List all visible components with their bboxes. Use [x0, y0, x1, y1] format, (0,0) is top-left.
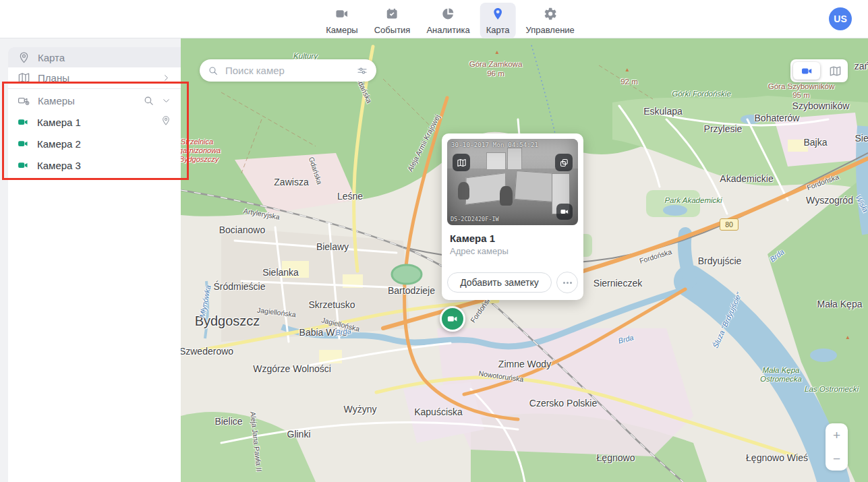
- plans-layer-button[interactable]: [829, 65, 842, 78]
- overlap-squares-icon: [559, 158, 569, 168]
- more-options-button[interactable]: [556, 272, 578, 293]
- video-camera-icon: [335, 7, 349, 24]
- nav-label: Камеры: [326, 25, 358, 35]
- search-icon: [208, 65, 219, 76]
- events-icon: [385, 7, 399, 24]
- map-zoom-control: + −: [826, 423, 848, 471]
- video-camera-icon: [446, 313, 459, 325]
- nav-item-map[interactable]: Карта: [480, 3, 516, 38]
- add-note-button[interactable]: Добавить заметку: [447, 272, 552, 293]
- popup-footer: Добавить заметку: [447, 272, 578, 293]
- application-window: Камеры События Аналитика Карта: [0, 0, 868, 482]
- left-sidebar: Карта Планы Камеры Камера 1: [0, 38, 181, 482]
- gear-icon: [543, 7, 557, 24]
- nav-label: Карта: [486, 25, 510, 35]
- sidebar-panel: Карта Планы Камеры Камера 1: [8, 47, 181, 482]
- nav-item-management[interactable]: Управление: [520, 3, 581, 38]
- sidebar-item-label: Планы: [38, 72, 69, 84]
- nav-item-events[interactable]: События: [368, 3, 417, 38]
- search-input[interactable]: [224, 64, 351, 77]
- camera-icon: [18, 138, 29, 150]
- popup-camera-title: Камера 1: [450, 233, 495, 244]
- search-icon[interactable]: [143, 95, 154, 107]
- zoom-in-button[interactable]: +: [826, 423, 848, 447]
- camera-list-item-2[interactable]: Камера 2: [8, 133, 181, 154]
- camera-map-marker[interactable]: [440, 306, 465, 332]
- top-navigation-bar: Камеры События Аналитика Карта: [0, 0, 868, 38]
- chevron-down-icon[interactable]: [161, 96, 171, 106]
- camera-model-label: DS-2CD2420F-IW: [451, 216, 499, 222]
- map-pin-outline-icon: [18, 51, 30, 64]
- nav-label: Аналитика: [426, 25, 469, 35]
- popup-camera-address: Адрес камеры: [450, 246, 509, 256]
- open-in-panel-button[interactable]: [555, 154, 573, 171]
- map-layer-toggle: [790, 59, 848, 82]
- zoom-out-button[interactable]: −: [826, 447, 848, 471]
- camera-timestamp: 30-10-2017 Mon 04:54:21: [451, 142, 538, 148]
- nav-label: События: [374, 25, 411, 35]
- sidebar-divider: [8, 88, 181, 89]
- video-camera-icon: [560, 207, 569, 216]
- camera-icon: [18, 160, 29, 171]
- user-avatar[interactable]: US: [829, 7, 852, 30]
- map-pin-icon: [491, 7, 505, 24]
- nav-label: Управление: [526, 25, 575, 35]
- live-video-button[interactable]: [556, 204, 573, 220]
- sidebar-item-label: Карта: [38, 52, 65, 63]
- camera-name: Камера 2: [37, 138, 81, 150]
- filter-icon[interactable]: [356, 65, 368, 77]
- map-canvas[interactable]: ZawiszaLeśneBocianowoBielawySielankaŚród…: [181, 38, 868, 482]
- map-pin-outline-icon[interactable]: [161, 115, 171, 126]
- camera-thumbnail[interactable]: 30-10-2017 Mon 04:54:21 DS-2CD2420F-IW: [447, 139, 578, 225]
- folded-map-icon: [18, 71, 30, 84]
- camera-name: Камера 3: [37, 160, 81, 171]
- camera-name: Камера 1: [37, 117, 81, 128]
- nav-item-cameras[interactable]: Камеры: [320, 3, 364, 38]
- camera-list-item-1[interactable]: Камера 1: [8, 111, 181, 133]
- show-on-plan-button[interactable]: [453, 154, 470, 171]
- nav-item-analytics[interactable]: Аналитика: [420, 3, 475, 38]
- cameras-group-icon: [18, 94, 30, 107]
- sidebar-item-plans[interactable]: Планы: [8, 67, 181, 88]
- video-camera-icon: [801, 65, 813, 78]
- pie-chart-icon: [441, 7, 455, 24]
- main-nav: Камеры События Аналитика Карта: [320, 3, 581, 38]
- chevron-right-icon: [161, 73, 171, 83]
- camera-list-item-3[interactable]: Камера 3: [8, 154, 181, 176]
- camera-popup-card: 30-10-2017 Mon 04:54:21 DS-2CD2420F-IW К…: [442, 133, 583, 300]
- camera-search-bar: [200, 59, 376, 82]
- camera-icon: [18, 117, 29, 128]
- route-badge: 80: [720, 218, 739, 231]
- folded-map-icon: [457, 158, 467, 168]
- sidebar-cameras-header[interactable]: Камеры: [8, 90, 181, 111]
- sidebar-item-label: Камеры: [38, 95, 75, 107]
- sidebar-item-map[interactable]: Карта: [8, 47, 181, 67]
- cameras-layer-button[interactable]: [793, 62, 820, 80]
